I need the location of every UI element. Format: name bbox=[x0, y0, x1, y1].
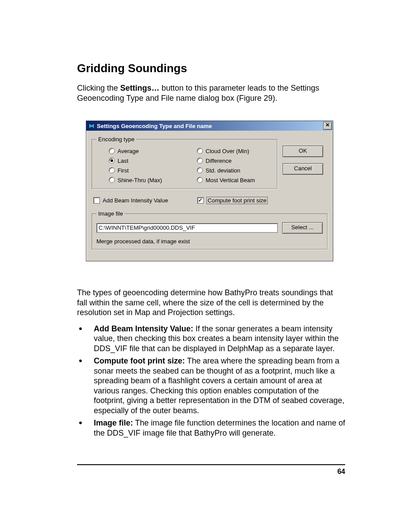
radio-difference-label: Difference bbox=[206, 158, 232, 164]
page-footer: 64 bbox=[77, 464, 345, 476]
select-button[interactable]: Select ... bbox=[282, 222, 323, 234]
image-path-input[interactable]: C:\WINNT\TEMP\grid00000.DDS_VIF bbox=[96, 223, 278, 233]
radio-first-label: First bbox=[118, 167, 129, 174]
dialog-titlebar: ⋈ Settings Geoencoding Type and File nam… bbox=[86, 121, 333, 131]
ok-button[interactable]: OK bbox=[283, 146, 323, 157]
intro-bold: Settings… bbox=[120, 84, 159, 92]
checkbox-row: Add Beam Intensity Value Compute foot pr… bbox=[93, 197, 328, 204]
add-beam-label: Add Beam Intensity Value bbox=[103, 197, 168, 204]
image-file-group: Image file C:\WINNT\TEMP\grid00000.DDS_V… bbox=[92, 210, 328, 249]
radio-average[interactable]: Average bbox=[109, 147, 197, 155]
radio-std-deviation[interactable]: Std. deviation bbox=[197, 166, 272, 174]
bullet-add-beam: Add Beam Intensity Value: If the sonar g… bbox=[77, 324, 345, 354]
image-file-legend: Image file bbox=[96, 210, 125, 217]
radio-last-label: Last bbox=[118, 158, 129, 164]
radio-cloud-over-label: Cloud Over (Min) bbox=[206, 148, 249, 154]
footprint-checkbox[interactable] bbox=[197, 197, 204, 204]
bullet-footprint: Compute foot print size: The area where … bbox=[77, 356, 345, 415]
merge-note: Merge processed data, if image exist bbox=[96, 238, 323, 245]
bullet-image-file: Image file: The image file function dete… bbox=[77, 418, 345, 438]
radio-cloud-over[interactable]: Cloud Over (Min) bbox=[197, 147, 272, 155]
body-paragraph: The types of geoencoding determine how B… bbox=[77, 288, 345, 318]
intro-pre: Clicking the bbox=[77, 84, 120, 92]
radio-difference[interactable]: Difference bbox=[197, 157, 272, 165]
encoding-type-group: Encoding type Average Last First Shine-T… bbox=[92, 136, 277, 189]
radio-first[interactable]: First bbox=[109, 166, 197, 174]
radio-last[interactable]: Last bbox=[109, 157, 197, 165]
intro-paragraph: Clicking the Settings… button to this pa… bbox=[77, 83, 345, 103]
encoding-legend: Encoding type bbox=[96, 136, 136, 143]
radio-most-vertical-label: Most Vertical Beam bbox=[206, 177, 255, 183]
encoding-right-col: Cloud Over (Min) Difference Std. deviati… bbox=[197, 146, 272, 184]
bullet-footprint-bold: Compute foot print size: bbox=[94, 356, 185, 365]
radio-std-deviation-label: Std. deviation bbox=[206, 167, 240, 174]
cancel-button[interactable]: Cancel bbox=[283, 163, 323, 175]
dialog-title: Settings Geoencoding Type and File name bbox=[97, 123, 323, 129]
page-number: 64 bbox=[337, 468, 345, 475]
bullet-add-beam-bold: Add Beam Intensity Value: bbox=[94, 324, 193, 333]
bullet-image-file-bold: Image file: bbox=[94, 418, 133, 427]
radio-shine-thru[interactable]: Shine-Thru (Max) bbox=[109, 176, 197, 184]
footprint-label: Compute foot print size bbox=[206, 197, 268, 204]
encoding-left-col: Average Last First Shine-Thru (Max) bbox=[109, 146, 197, 184]
settings-dialog: ⋈ Settings Geoencoding Type and File nam… bbox=[86, 121, 333, 261]
radio-shine-thru-label: Shine-Thru (Max) bbox=[118, 177, 162, 183]
radio-most-vertical[interactable]: Most Vertical Beam bbox=[197, 176, 272, 184]
close-icon[interactable]: ✕ bbox=[323, 122, 332, 130]
radio-average-label: Average bbox=[118, 148, 139, 154]
app-icon: ⋈ bbox=[88, 122, 95, 129]
add-beam-checkbox[interactable] bbox=[93, 197, 100, 204]
page-heading: Gridding Soundings bbox=[77, 62, 345, 75]
